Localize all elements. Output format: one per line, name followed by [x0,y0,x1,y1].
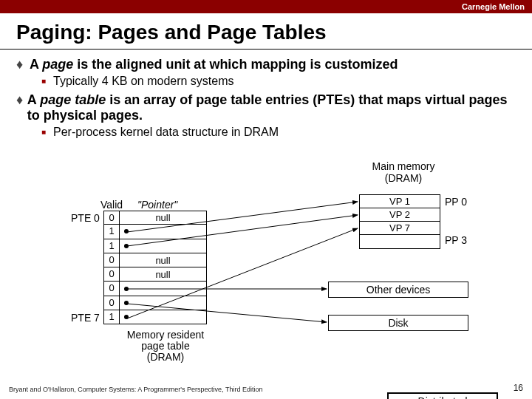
mm-row: VP 7 [360,222,440,235]
valid-cell: 1 [103,310,120,324]
main-memory-box: VP 1 VP 2 VP 7 [359,194,440,249]
main-memory-header: Main memory (DRAM) [359,160,448,184]
valid-header: Valid [100,199,123,211]
bullet-2-text: A page table is an array of page table e… [27,92,522,123]
ptr-cell [120,225,207,239]
bullet-marker-icon: ♦ [16,92,27,123]
bullet-1-text: A page is the aligned unit at which mapp… [30,57,398,72]
pointer-column: null null null [120,211,207,324]
valid-cell: 0 [103,211,120,225]
valid-column: 0 1 1 0 0 0 0 1 [103,211,120,324]
valid-cell: 0 [103,267,120,282]
dsm-box: Distributed shared memory [387,392,498,399]
sub-bullet-1: ■ Typically 4 KB on modern systems [41,75,522,88]
pte-0-label: PTE 0 [71,212,100,224]
ptr-cell [120,282,207,296]
mm-row: VP 2 [360,208,440,222]
ptr-cell: null [120,267,207,282]
brand: Carnegie Mellon [462,2,525,11]
disk-box: Disk [328,315,468,331]
pointer-dot-icon [124,229,129,233]
ptr-cell [120,296,207,310]
sub-bullet-2: ■ Per-process kernel data structure in D… [41,126,522,139]
ptr-cell: null [120,253,207,267]
pointer-dot-icon [124,244,129,248]
sub-bullet-marker-icon: ■ [41,75,53,88]
bullet-marker-icon: ♦ [16,57,30,72]
ptr-cell [120,310,207,324]
slide-title: Paging: Pages and Page Tables [0,13,532,49]
top-bar: Carnegie Mellon [0,0,532,13]
other-devices-box: Other devices [328,282,468,298]
mm-row [360,235,440,248]
pointer-dot-icon [124,301,129,305]
pointer-dot-icon [124,287,129,291]
pp0-label: PP 0 [445,196,467,208]
content-area: ♦ A page is the aligned unit at which ma… [0,50,532,139]
sub-bullet-marker-icon: ■ [41,126,53,139]
pp3-label: PP 3 [445,234,467,246]
bullet-1: ♦ A page is the aligned unit at which ma… [16,57,522,72]
footer-citation: Bryant and O'Hallaron, Computer Systems:… [9,386,262,393]
diagram: PTE 0 PTE 7 Valid "Pointer" 0 1 1 0 0 0 … [18,200,520,392]
valid-cell: 0 [103,282,120,296]
valid-cell: 0 [103,253,120,267]
valid-cell: 1 [103,239,120,253]
mm-row: VP 1 [360,195,440,208]
pte-7-label: PTE 7 [71,312,100,324]
ptr-cell: null [120,211,207,225]
page-number: 16 [514,383,523,393]
pointer-dot-icon [124,315,129,319]
ptr-cell [120,239,207,253]
page-table-caption: Memory resident page table (DRAM) [117,330,214,363]
valid-cell: 1 [103,225,120,239]
valid-cell: 0 [103,296,120,310]
bullet-2: ♦ A page table is an array of page table… [16,92,522,123]
pointer-header: "Pointer" [137,199,177,211]
